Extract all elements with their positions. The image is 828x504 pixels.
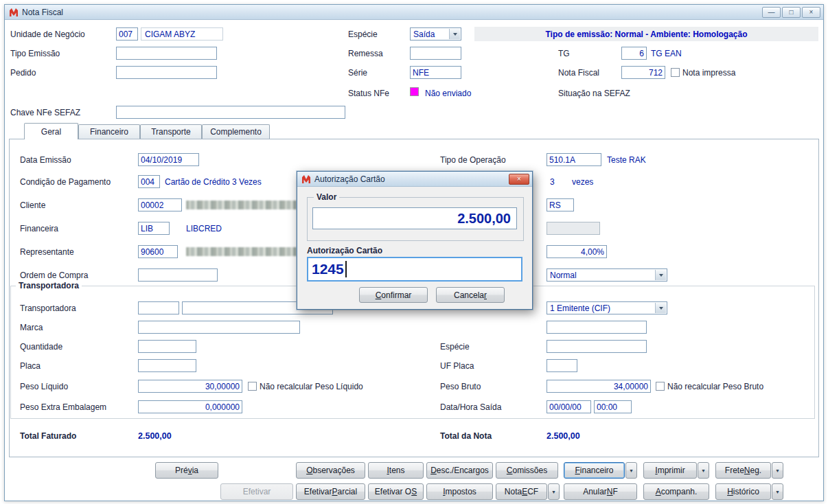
placa-field[interactable] xyxy=(138,359,196,372)
efetivar-parcial-button[interactable]: Efetivar Parcial xyxy=(296,483,365,500)
frete-neg-dropdown-icon[interactable]: ▼ xyxy=(772,462,783,479)
tab-financeiro[interactable]: Financeiro xyxy=(78,124,140,139)
impostos-button[interactable]: Impostos xyxy=(426,483,493,500)
condicao-pagamento-name: Cartão de Crédito 3 Vezes xyxy=(165,177,262,187)
hora-saida-field[interactable] xyxy=(594,400,632,413)
autorizacao-cartao-value: 1245 xyxy=(312,261,344,277)
uf-field[interactable] xyxy=(547,198,574,211)
tab-geral[interactable]: Geral xyxy=(24,123,78,139)
tipo-operacao-name: Teste RAK xyxy=(607,155,646,165)
serie-field[interactable] xyxy=(410,66,461,79)
dialog-close-icon[interactable]: × xyxy=(509,174,529,185)
window-titlebar[interactable]: Nota Fiscal — □ × xyxy=(5,5,823,20)
quantidade-field[interactable] xyxy=(138,340,196,353)
dialog-titlebar[interactable]: Autorização Cartão × xyxy=(297,172,532,187)
tipo-emissao-field[interactable] xyxy=(116,47,217,60)
dialog-title: Autorização Cartão xyxy=(314,174,385,184)
comissoes-button[interactable]: Comissões xyxy=(496,462,558,479)
financeiro-button[interactable]: Financeiro xyxy=(564,462,625,479)
tipo-operacao-code-field[interactable] xyxy=(547,153,601,166)
tg-code-field[interactable] xyxy=(621,47,647,60)
acompanh-button[interactable]: Acompanh. xyxy=(643,483,709,500)
quantidade-label: Quantidade xyxy=(20,342,62,352)
marca-row-right-field[interactable] xyxy=(547,321,647,334)
representante-label: Representante xyxy=(20,247,74,257)
nao-recalcular-peso-bruto-checkbox[interactable] xyxy=(656,382,665,391)
cliente-code-field[interactable] xyxy=(138,198,182,211)
confirmar-button[interactable]: Confirmar xyxy=(359,287,428,303)
historico-dropdown-icon[interactable]: ▼ xyxy=(772,483,783,500)
nao-recalcular-peso-liquido-checkbox[interactable] xyxy=(248,382,257,391)
financeiro-dropdown-icon[interactable]: ▼ xyxy=(625,462,637,479)
financeira-code-field[interactable] xyxy=(138,222,170,235)
chevron-down-icon[interactable] xyxy=(449,29,460,39)
peso-bruto-field[interactable] xyxy=(547,380,651,393)
total-faturado-value: 2.500,00 xyxy=(138,431,172,441)
marca-field[interactable] xyxy=(138,321,300,334)
tipo-operacao-label: Tipo de Operação xyxy=(440,155,506,165)
frete-combobox[interactable]: 1 Emitente (CIF) xyxy=(547,301,667,314)
nota-impressa-checkbox[interactable] xyxy=(671,68,680,77)
nao-recalcular-peso-bruto-label[interactable]: Não recalcular Peso Bruto xyxy=(667,382,763,391)
autorizacao-cartao-dialog: Autorização Cartão × Valor 2.500,00 Auto… xyxy=(297,171,533,310)
minimize-icon[interactable]: — xyxy=(762,7,781,18)
frete-neg-button[interactable]: Frete Neg. xyxy=(715,462,771,479)
close-icon[interactable]: × xyxy=(802,7,820,18)
text-cursor xyxy=(345,261,347,277)
app-icon xyxy=(9,8,19,17)
data-hora-saida-label: Data/Hora Saída xyxy=(440,402,501,412)
nao-recalcular-peso-liquido-label[interactable]: Não recalcular Peso Líquido xyxy=(260,382,363,391)
tipo-nota-combobox[interactable]: Normal xyxy=(547,268,667,282)
tab-complemento[interactable]: Complemento xyxy=(202,124,270,139)
condicao-pagamento-code-field[interactable] xyxy=(138,175,160,188)
imprimir-button[interactable]: Imprimir xyxy=(643,462,697,479)
peso-extra-field[interactable] xyxy=(138,400,242,413)
cancelar-button[interactable]: Cancelar xyxy=(436,287,505,303)
representante-code-field[interactable] xyxy=(138,245,178,258)
data-saida-field[interactable] xyxy=(547,400,591,413)
ordem-compra-field[interactable] xyxy=(138,268,218,282)
chave-nfe-field[interactable] xyxy=(116,106,345,119)
transportadora-group-label: Transportadora xyxy=(16,281,82,290)
chevron-down-icon[interactable] xyxy=(655,270,666,280)
especie-volume-label: Espécie xyxy=(440,342,470,352)
status-nfe-color-swatch xyxy=(410,87,419,96)
desc-encargos-button[interactable]: Desc./Encargos xyxy=(426,462,493,479)
comissao-percent-field[interactable] xyxy=(547,245,607,258)
especie-label: Espécie xyxy=(348,30,378,39)
itens-button[interactable]: Itens xyxy=(368,462,424,479)
chevron-down-icon[interactable] xyxy=(655,303,666,313)
uf-placa-field[interactable] xyxy=(547,359,577,372)
autorizacao-cartao-input[interactable]: 1245 xyxy=(307,257,522,282)
maximize-icon[interactable]: □ xyxy=(782,7,801,18)
especie-combobox[interactable]: Saída xyxy=(410,27,461,41)
pedido-label: Pedido xyxy=(10,68,36,78)
efetivar-os-button[interactable]: Efetivar OS xyxy=(368,483,424,500)
status-nfe-label: Status NFe xyxy=(348,89,389,98)
nota-ecf-dropdown-icon[interactable]: ▼ xyxy=(548,483,560,500)
valor-display[interactable]: 2.500,00 xyxy=(312,207,517,229)
chave-nfe-label: Chave NFe SEFAZ xyxy=(10,108,80,117)
frete-value: 1 Emitente (CIF) xyxy=(550,303,610,313)
unidade-negocio-code-field[interactable] xyxy=(116,27,138,41)
peso-liquido-field[interactable] xyxy=(138,380,242,393)
data-emissao-field[interactable] xyxy=(138,153,199,166)
nota-ecf-button[interactable]: Nota ECF xyxy=(496,483,547,500)
remessa-field[interactable] xyxy=(410,47,461,60)
window-title: Nota Fiscal xyxy=(22,8,63,17)
previa-button[interactable]: Prévia xyxy=(155,462,218,479)
nota-impressa-checkbox-label[interactable]: Nota impressa xyxy=(682,68,735,78)
situacao-sefaz-label: Situação na SEFAZ xyxy=(558,89,630,98)
nota-fiscal-number-field[interactable] xyxy=(621,66,665,79)
transportadora-code-field[interactable] xyxy=(138,301,179,314)
cliente-name-redacted xyxy=(186,201,310,209)
especie-volume-field[interactable] xyxy=(547,340,647,353)
anular-nf-button[interactable]: Anular NF xyxy=(564,483,637,500)
unidade-negocio-label: Unidade de Negócio xyxy=(10,30,85,39)
uf-placa-label: UF Placa xyxy=(440,361,474,371)
observacoes-button[interactable]: Observações xyxy=(296,462,365,479)
historico-button[interactable]: Histórico xyxy=(715,483,771,500)
pedido-field[interactable] xyxy=(116,66,217,79)
imprimir-dropdown-icon[interactable]: ▼ xyxy=(698,462,709,479)
tab-transporte[interactable]: Transporte xyxy=(140,124,202,139)
